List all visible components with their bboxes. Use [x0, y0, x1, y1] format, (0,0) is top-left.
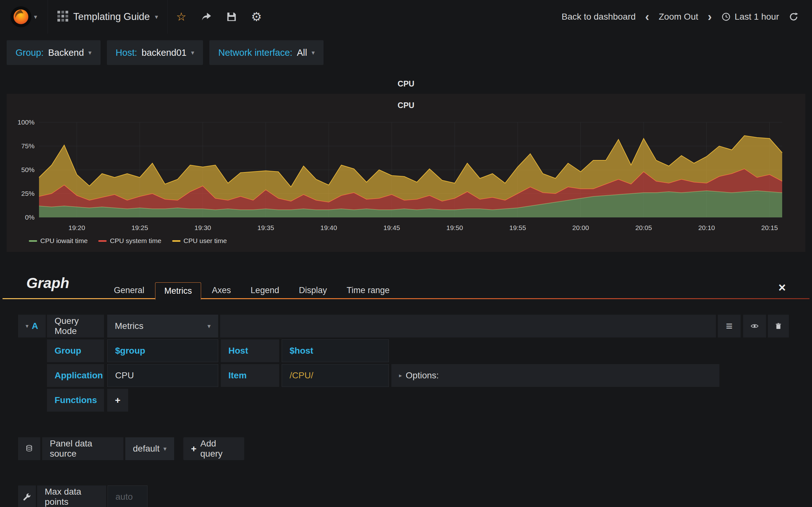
application-field-label: Application [47, 364, 104, 387]
panel-title[interactable]: CPU [7, 101, 805, 110]
host-field-input[interactable]: $host [282, 339, 389, 362]
legend-series-label: CPU system time [110, 237, 161, 245]
options-icon-cell [18, 486, 36, 507]
svg-text:20:15: 20:15 [761, 224, 778, 231]
item-field-value: /CPU/ [290, 371, 313, 381]
svg-text:19:20: 19:20 [68, 224, 85, 231]
chevron-right-icon: ▸ [399, 372, 402, 379]
variable-host-dropdown[interactable]: Host: backend01 ▾ [107, 40, 203, 65]
host-field-label: Host [221, 339, 279, 362]
dashboard-title-caret-icon: ▾ [155, 13, 158, 20]
variable-group-dropdown[interactable]: Group: Backend ▾ [7, 40, 101, 65]
query-row-functions: Functions + [18, 389, 789, 412]
navbar-divider [167, 0, 168, 34]
cpu-graph-panel: CPU 0%25%50%75%100%19:2019:2519:3019:351… [7, 94, 805, 252]
svg-text:19:45: 19:45 [384, 224, 400, 231]
query-row-filler [220, 315, 716, 337]
variable-netif-dropdown[interactable]: Network interface: All ▾ [209, 40, 323, 65]
chevron-down-icon: ▾ [207, 322, 211, 330]
legend-item[interactable]: CPU iowait time [29, 237, 88, 245]
grafana-logo-icon [10, 6, 32, 27]
chevron-down-icon: ▾ [191, 49, 194, 56]
tab-display[interactable]: Display [290, 281, 336, 299]
svg-text:19:50: 19:50 [446, 224, 463, 231]
collapse-caret-icon: ▾ [26, 323, 29, 330]
item-field-label: Item [221, 364, 279, 387]
legend-item[interactable]: CPU user time [172, 237, 227, 245]
cpu-stacked-area-chart[interactable]: 0%25%50%75%100%19:2019:2519:3019:3519:40… [13, 119, 787, 239]
query-mode-select[interactable]: Metrics ▾ [107, 315, 218, 337]
variable-label: Group: [15, 48, 44, 58]
legend-series-label: CPU iowait time [40, 237, 88, 245]
tab-metrics[interactable]: Metrics [155, 282, 201, 300]
query-row-group-host: Group $group Host $host [18, 339, 789, 362]
host-field-value: $host [290, 346, 313, 356]
group-field-input[interactable]: $group [107, 339, 218, 362]
add-query-label: Add query [200, 439, 237, 459]
query-delete-button[interactable] [768, 315, 789, 337]
svg-text:100%: 100% [17, 119, 35, 126]
star-icon: ☆ [176, 10, 186, 23]
query-ref-letter: A [32, 321, 38, 331]
dashboard-grid-icon [57, 11, 68, 23]
add-query-button[interactable]: + Add query [183, 437, 244, 460]
refresh-button[interactable] [789, 12, 799, 22]
template-variables-row: Group: Backend ▾ Host: backend01 ▾ Netwo… [7, 40, 323, 65]
variable-value: backend01 [142, 48, 187, 58]
add-function-button[interactable]: + [107, 389, 128, 412]
dashboard-title-picker[interactable]: Templating Guide ▾ [48, 0, 167, 34]
chevron-down-icon: ▾ [311, 49, 315, 56]
eye-icon [751, 322, 758, 330]
variable-label: Host: [116, 48, 137, 58]
legend-item[interactable]: CPU system time [98, 237, 161, 245]
options-label: Options: [406, 371, 439, 381]
refresh-icon [789, 12, 799, 22]
legend-swatch-icon [29, 240, 37, 242]
svg-text:25%: 25% [21, 190, 35, 197]
save-dashboard-button[interactable] [226, 12, 237, 22]
svg-text:19:30: 19:30 [194, 224, 211, 231]
grafana-logo-button[interactable]: ▾ [0, 0, 48, 34]
tab-time-range[interactable]: Time range [338, 281, 399, 299]
svg-text:20:10: 20:10 [698, 224, 715, 231]
tab-general[interactable]: General [105, 281, 153, 299]
query-toggle-visibility-button[interactable] [743, 315, 766, 337]
zoom-out-button[interactable]: Zoom Out [659, 12, 698, 22]
panel-datasource-label: Panel data source [42, 437, 123, 460]
panel-options-row: Max data points [18, 486, 148, 507]
application-field-input[interactable]: CPU [107, 364, 218, 387]
dashboard-settings-button[interactable]: ⚙ [251, 10, 262, 24]
max-data-points-input-cell [107, 486, 148, 507]
close-icon: × [778, 280, 786, 294]
max-data-points-input[interactable] [115, 492, 140, 502]
back-to-dashboard-link[interactable]: Back to dashboard [562, 12, 636, 22]
query-ref-toggle[interactable]: ▾ A [18, 315, 46, 337]
close-editor-button[interactable]: × [778, 280, 786, 295]
time-range-label: Last 1 hour [734, 12, 779, 22]
clock-icon [721, 12, 731, 21]
datasource-select[interactable]: default ▾ [125, 437, 174, 460]
svg-text:20:05: 20:05 [635, 224, 652, 231]
time-shift-right-button[interactable]: › [708, 11, 712, 23]
share-dashboard-button[interactable] [201, 12, 212, 22]
star-dashboard-button[interactable]: ☆ [176, 10, 186, 23]
org-switcher-caret-icon: ▾ [34, 13, 37, 20]
variable-value: Backend [48, 48, 84, 58]
query-row-application-item: Application CPU Item /CPU/ ▸ Options: [18, 364, 789, 387]
group-field-label: Group [47, 339, 104, 362]
tab-legend[interactable]: Legend [242, 281, 288, 299]
max-data-points-label: Max data points [37, 486, 106, 507]
time-shift-left-button[interactable]: ‹ [645, 11, 649, 23]
panel-editor-type-label: Graph [26, 274, 69, 291]
query-menu-button[interactable]: ≡ [718, 315, 741, 337]
datasource-icon-cell [18, 437, 40, 460]
time-range-picker[interactable]: Last 1 hour [721, 12, 779, 22]
tab-axes[interactable]: Axes [203, 281, 240, 299]
item-field-input[interactable]: /CPU/ [282, 364, 389, 387]
options-toggle[interactable]: ▸ Options: [392, 364, 719, 387]
row-title[interactable]: CPU [0, 79, 812, 89]
legend-swatch-icon [172, 240, 181, 242]
top-navbar: ▾ Templating Guide ▾ ☆ ⚙ [0, 0, 812, 34]
dashboard-title: Templating Guide [73, 11, 150, 22]
graph-legend: CPU iowait timeCPU system timeCPU user t… [29, 237, 227, 245]
